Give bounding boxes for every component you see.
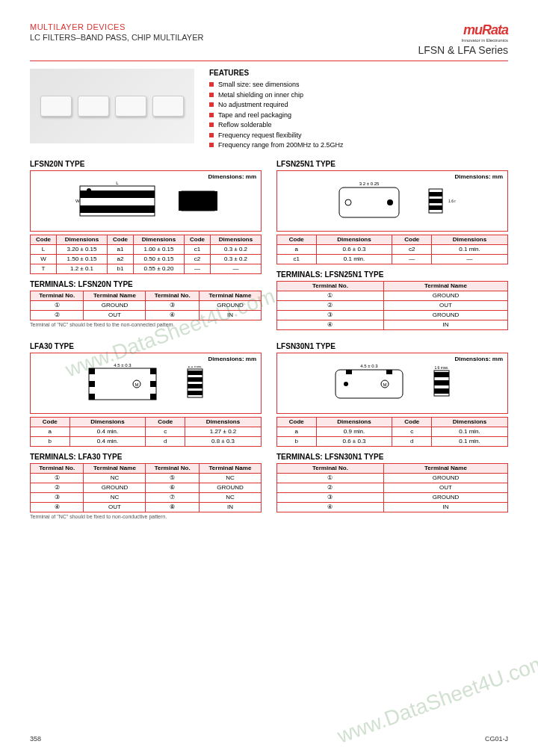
diagram: 3.2 ± 0.25 1.6 max. — [282, 176, 503, 226]
dim-label: Dimensions: mm — [208, 173, 256, 180]
category-title: MULTILAYER DEVICES — [30, 22, 204, 31]
block-title: LFSN20N TYPE — [30, 160, 262, 168]
terminals-heading: TERMINALS: LFA30 TYPE — [30, 453, 262, 461]
diagram-box: Dimensions: mm M4.5 ± 0.3 1.6 max. — [276, 353, 508, 414]
chip-img — [152, 96, 184, 117]
top-row: FEATURES Small size: see dimensions Meta… — [30, 69, 508, 151]
svg-rect-2 — [80, 205, 155, 213]
note: Terminal of "NC" should be fixed to the … — [30, 322, 262, 327]
svg-rect-20 — [89, 381, 95, 387]
terminals-table: Terminal No.Terminal NameTerminal No.Ter… — [30, 291, 262, 320]
diagram: M4.5 ± 0.3 1.6 max. — [282, 358, 503, 409]
block-lfsn20n: LFSN20N TYPE Dimensions: mm LW CodeDimen… — [30, 160, 262, 330]
diagram: LW — [35, 176, 256, 226]
svg-rect-14 — [429, 192, 442, 196]
dimensions-table: CodeDimensionsCodeDimensions a0.4 min.c1… — [30, 417, 262, 447]
svg-rect-35 — [346, 370, 352, 374]
product-photo — [30, 69, 194, 143]
block-lfa30: LFA30 TYPE Dimensions: mm M4.5 ± 0.3 2.1… — [30, 342, 262, 519]
chip-img — [78, 96, 109, 117]
features-heading: FEATURES — [209, 69, 508, 77]
svg-text:4.5 ± 0.3: 4.5 ± 0.3 — [360, 364, 378, 368]
svg-rect-24 — [150, 394, 156, 400]
header-left: MULTILAYER DEVICES LC FILTERS–BAND PASS,… — [30, 22, 204, 42]
watermark: www.DataSheet4U.com — [335, 650, 538, 748]
header-right: muRata Innovator in Electronics LFSN & L… — [418, 22, 508, 56]
feature-item: Small size: see dimensions — [209, 80, 508, 90]
footer: 358 CG01-J — [30, 735, 508, 743]
feature-item: Frequency request flexibility — [209, 131, 508, 141]
datasheet-page: MULTILAYER DEVICES LC FILTERS–BAND PASS,… — [0, 0, 538, 756]
svg-rect-30 — [188, 377, 202, 382]
svg-point-11 — [387, 199, 393, 205]
svg-rect-23 — [150, 381, 156, 387]
svg-text:W: W — [75, 199, 80, 203]
subtitle: LC FILTERS–BAND PASS, CHIP MULTILAYER — [30, 33, 204, 42]
terminals-table: Terminal No.Terminal Name ①GROUND ②OUT ③… — [276, 463, 508, 512]
block-lfsn25n1: LFSN25N1 TYPE Dimensions: mm 3.2 ± 0.25 … — [276, 160, 508, 330]
terminals-heading: TERMINALS: LFSN25N1 TYPE — [276, 270, 508, 279]
svg-rect-19 — [89, 368, 95, 374]
features-list: Small size: see dimensions Metal shieldi… — [209, 80, 508, 151]
feature-item: Tape and reel packaging — [209, 111, 508, 121]
svg-text:M: M — [383, 382, 387, 387]
svg-point-3 — [87, 188, 91, 193]
svg-rect-22 — [150, 368, 156, 374]
note: Terminal of "NC" should be fixed to non-… — [30, 514, 262, 519]
svg-rect-1 — [80, 190, 155, 198]
svg-text:2.1 max.: 2.1 max. — [188, 366, 202, 368]
svg-rect-8 — [182, 191, 214, 211]
murata-logo: muRata — [418, 22, 508, 38]
feature-item: Frequency range from 200MHz to 2.5GHz — [209, 140, 508, 151]
svg-text:M: M — [135, 382, 139, 387]
diagram: M4.5 ± 0.3 2.1 max. — [35, 358, 256, 409]
terminals-table: Terminal No.Terminal NameTerminal No.Ter… — [30, 463, 262, 512]
svg-rect-16 — [429, 205, 442, 210]
svg-point-39 — [344, 382, 348, 386]
svg-text:4.5 ± 0.3: 4.5 ± 0.3 — [114, 363, 132, 368]
chip-img — [115, 96, 146, 117]
terminals-heading: TERMINALS: LFSN30N1 TYPE — [276, 453, 508, 461]
block-title: LFSN30N1 TYPE — [276, 342, 508, 350]
dim-label: Dimensions: mm — [455, 356, 503, 362]
block-title: LFSN25N1 TYPE — [276, 160, 508, 168]
dim-label: Dimensions: mm — [208, 356, 256, 362]
series-title: LFSN & LFA Series — [418, 44, 508, 56]
terminals-table: Terminal No.Terminal Name ①GROUND ②OUT ③… — [276, 281, 508, 330]
diagram-box: Dimensions: mm 3.2 ± 0.25 1.6 max. — [276, 170, 508, 232]
chip-img — [40, 96, 72, 117]
page-number: 358 — [30, 735, 41, 743]
feature-item: Metal shielding on inner chip — [209, 90, 508, 101]
svg-rect-21 — [89, 394, 95, 400]
dimensions-table: CodeDimensionsCodeDimensions a0.9 min.c0… — [276, 417, 508, 447]
svg-rect-36 — [386, 370, 392, 374]
dim-label: Dimensions: mm — [455, 173, 503, 180]
diagram-box: Dimensions: mm LW — [30, 170, 262, 232]
svg-text:1.6 max.: 1.6 max. — [434, 366, 448, 370]
svg-rect-42 — [434, 372, 449, 377]
svg-rect-32 — [188, 391, 202, 395]
svg-rect-15 — [429, 199, 442, 203]
dimensions-table: CodeDimensionsCodeDimensions a0.6 ± 0.3c… — [276, 235, 508, 264]
terminals-heading: TERMINALS: LFSN20N TYPE — [30, 280, 262, 288]
svg-text:3.2 ± 0.25: 3.2 ± 0.25 — [359, 182, 380, 186]
header: MULTILAYER DEVICES LC FILTERS–BAND PASS,… — [30, 22, 508, 56]
divider — [30, 61, 508, 61]
layout-grid: LFSN20N TYPE Dimensions: mm LW CodeDimen… — [30, 160, 508, 519]
dimensions-table: CodeDimensionsCodeDimensionsCodeDimensio… — [30, 235, 262, 274]
diagram-box: Dimensions: mm M4.5 ± 0.3 2.1 max. — [30, 353, 262, 414]
features-block: FEATURES Small size: see dimensions Meta… — [209, 69, 508, 151]
svg-rect-29 — [188, 371, 202, 375]
logo-tagline: Innovator in Electronics — [418, 38, 508, 43]
svg-rect-44 — [434, 388, 449, 394]
doc-code: CG01-J — [485, 735, 508, 743]
svg-text:L: L — [116, 181, 119, 185]
block-lfsn30n1: LFSN30N1 TYPE Dimensions: mm M4.5 ± 0.3 … — [276, 342, 508, 519]
block-title: LFA30 TYPE — [30, 342, 262, 350]
svg-rect-43 — [434, 380, 449, 385]
svg-rect-31 — [188, 384, 202, 388]
feature-item: No adjustment required — [209, 100, 508, 111]
svg-rect-18 — [89, 368, 156, 400]
svg-text:1.6 max.: 1.6 max. — [448, 199, 456, 203]
feature-item: Reflow solderable — [209, 120, 508, 131]
